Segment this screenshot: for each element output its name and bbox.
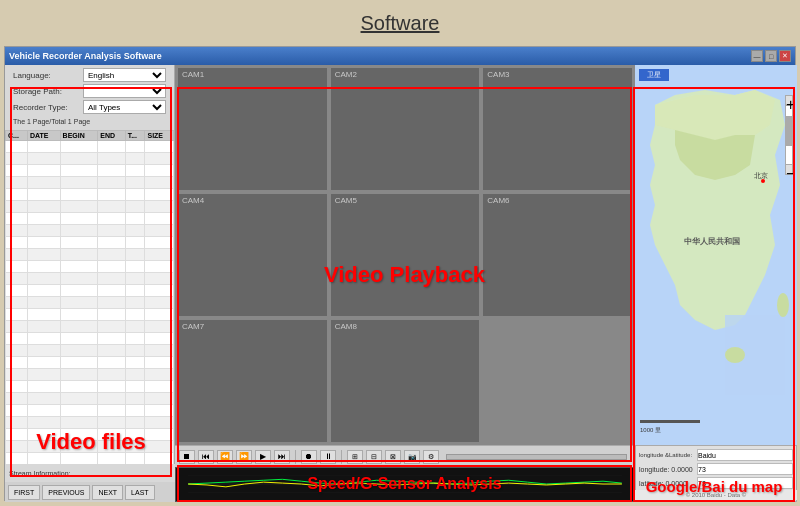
- table-row[interactable]: [6, 273, 174, 285]
- maximize-button[interactable]: □: [765, 50, 777, 62]
- longitude-label: longitude: 0.0000: [639, 466, 694, 473]
- table-row[interactable]: [6, 345, 174, 357]
- page-info: The 1 Page/Total 1 Page: [9, 116, 170, 127]
- col-check: C...: [6, 131, 28, 141]
- table-row[interactable]: [6, 213, 174, 225]
- latitude-label: latitude: 0.0000: [639, 480, 694, 487]
- map-type-input[interactable]: [697, 449, 793, 461]
- lat-long-label: longitude &Latitude:: [639, 452, 694, 458]
- location-dot: [761, 179, 765, 183]
- nav-buttons: FIRST PREVIOUS NEXT LAST: [5, 482, 175, 502]
- snapshot-button[interactable]: 📷: [404, 450, 420, 464]
- storage-label: Storage Path:: [13, 87, 83, 96]
- previous-button[interactable]: PREVIOUS: [42, 485, 90, 500]
- cam8-cell[interactable]: CAM8: [330, 319, 481, 443]
- map-panel: 1000 里 中华人民共和国 北京 卫星 + −: [635, 65, 797, 445]
- grid1-button[interactable]: ⊞: [347, 450, 363, 464]
- cam5-cell[interactable]: CAM5: [330, 193, 481, 317]
- table-row[interactable]: [6, 285, 174, 297]
- cam7-cell[interactable]: CAM7: [177, 319, 328, 443]
- close-button[interactable]: ✕: [779, 50, 791, 62]
- first-button[interactable]: FIRST: [8, 485, 40, 500]
- table-row[interactable]: [6, 141, 174, 153]
- stream-info-text: Stream Information:: [9, 470, 70, 477]
- grid9-button[interactable]: ⊠: [385, 450, 401, 464]
- forward-end-button[interactable]: ⏭: [274, 450, 290, 464]
- table-row[interactable]: [6, 429, 174, 441]
- settings-button[interactable]: ⚙: [423, 450, 439, 464]
- table-row[interactable]: [6, 333, 174, 345]
- storage-select[interactable]: [83, 84, 166, 98]
- file-table: C... DATE BEGIN END T... SIZE: [5, 130, 174, 465]
- table-row[interactable]: [6, 453, 174, 465]
- software-window: Vehicle Recorder Analysis Software — □ ✕…: [4, 46, 796, 501]
- table-row[interactable]: [6, 393, 174, 405]
- language-label: Language:: [13, 71, 83, 80]
- table-row[interactable]: [6, 405, 174, 417]
- table-row[interactable]: [6, 225, 174, 237]
- cam7-label: CAM7: [182, 322, 204, 331]
- stop-button[interactable]: ⏹: [179, 450, 195, 464]
- copyright-bar: © 2010 Baidu - Data ©: [635, 490, 797, 500]
- table-row[interactable]: [6, 237, 174, 249]
- table-row[interactable]: [6, 321, 174, 333]
- table-row[interactable]: [6, 297, 174, 309]
- next-button[interactable]: NEXT: [92, 485, 123, 500]
- col-date: DATE: [28, 131, 61, 141]
- playback-controls: ⏹ ⏮ ⏪ ⏩ ▶ ⏭ ⏺ ⏸ ⊞ ⊟ ⊠ 📷 ⚙: [175, 445, 635, 467]
- fast-forward-button[interactable]: ⏩: [236, 450, 252, 464]
- col-t: T...: [125, 131, 145, 141]
- zoom-bar: + −: [785, 95, 793, 175]
- rewind-start-button[interactable]: ⏮: [198, 450, 214, 464]
- ctrl-divider2: [341, 450, 342, 464]
- table-row[interactable]: [6, 165, 174, 177]
- zoom-in-button[interactable]: +: [786, 96, 792, 106]
- table-row[interactable]: [6, 309, 174, 321]
- pause-button[interactable]: ⏸: [320, 450, 336, 464]
- minimize-button[interactable]: —: [751, 50, 763, 62]
- cam1-label: CAM1: [182, 70, 204, 79]
- table-row[interactable]: [6, 381, 174, 393]
- cam1-cell[interactable]: CAM1: [177, 67, 328, 191]
- table-row[interactable]: [6, 177, 174, 189]
- table-row[interactable]: [6, 357, 174, 369]
- cam6-cell[interactable]: CAM6: [482, 193, 633, 317]
- table-row[interactable]: [6, 261, 174, 273]
- app-header: Software: [0, 0, 800, 46]
- fast-rewind-button[interactable]: ⏪: [217, 450, 233, 464]
- table-row[interactable]: [6, 441, 174, 453]
- recorder-select[interactable]: All Types: [83, 100, 166, 114]
- last-button[interactable]: LAST: [125, 485, 155, 500]
- table-row[interactable]: [6, 369, 174, 381]
- table-row[interactable]: [6, 201, 174, 213]
- col-size: SIZE: [145, 131, 174, 141]
- map-svg: 1000 里: [635, 65, 797, 445]
- col-begin: BEGIN: [60, 131, 98, 141]
- left-panel-header: Language: English Storage Path: Recorder…: [5, 65, 174, 130]
- table-row[interactable]: [6, 249, 174, 261]
- grid4-button[interactable]: ⊟: [366, 450, 382, 464]
- video-grid: CAM1 CAM2 CAM3 CAM4 CAM5 CAM6 CAM7 CAM8: [175, 65, 635, 445]
- cam4-cell[interactable]: CAM4: [177, 193, 328, 317]
- zoom-slider[interactable]: [786, 116, 792, 146]
- map-coord-row2: longitude: 0.0000: [639, 463, 793, 475]
- cam-empty-cell: [482, 319, 633, 443]
- svg-text:1000 里: 1000 里: [640, 427, 661, 433]
- longitude-input[interactable]: [697, 463, 793, 475]
- language-select[interactable]: English: [83, 68, 166, 82]
- china-label: 中华人民共和国: [684, 236, 740, 247]
- cam6-label: CAM6: [487, 196, 509, 205]
- latitude-input[interactable]: [697, 477, 793, 489]
- cam2-cell[interactable]: CAM2: [330, 67, 481, 191]
- cam3-cell[interactable]: CAM3: [482, 67, 633, 191]
- table-row[interactable]: [6, 153, 174, 165]
- table-row[interactable]: [6, 417, 174, 429]
- progress-bar[interactable]: [446, 454, 627, 460]
- play-button[interactable]: ▶: [255, 450, 271, 464]
- zoom-out-button[interactable]: −: [786, 164, 792, 174]
- title-bar: Vehicle Recorder Analysis Software — □ ✕: [5, 47, 795, 65]
- left-panel: Language: English Storage Path: Recorder…: [5, 65, 175, 502]
- table-row[interactable]: [6, 189, 174, 201]
- record-button[interactable]: ⏺: [301, 450, 317, 464]
- satellite-button[interactable]: 卫星: [639, 69, 669, 81]
